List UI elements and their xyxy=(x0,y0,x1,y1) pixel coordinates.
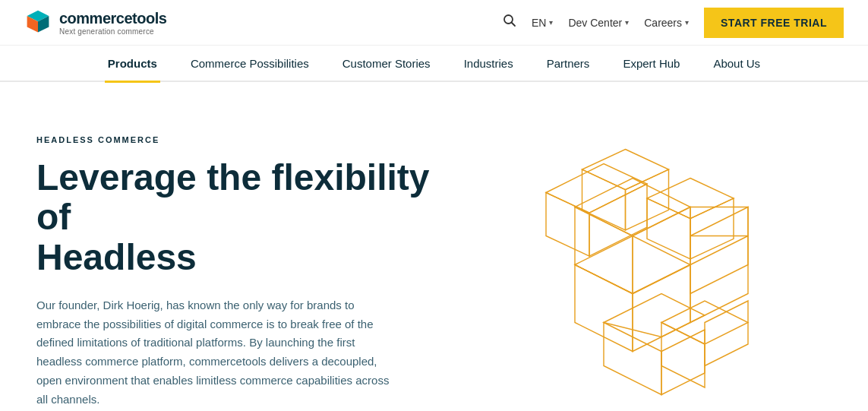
svg-marker-21 xyxy=(546,193,589,257)
svg-line-4 xyxy=(511,23,515,27)
svg-marker-28 xyxy=(661,323,705,388)
hero-body-text: Our founder, Dirk Hoerig, has known the … xyxy=(36,296,401,409)
careers-link[interactable]: Careers ▾ xyxy=(644,17,689,29)
top-bar: commercetools Next generation commerce E… xyxy=(0,0,868,46)
nav-item-products[interactable]: Products xyxy=(105,45,160,81)
logo-icon xyxy=(24,9,52,36)
nav-item-expert-hub[interactable]: Expert Hub xyxy=(620,45,683,81)
search-icon[interactable] xyxy=(503,14,516,31)
hero-section: HEADLESS COMMERCE Leverage the flexibili… xyxy=(0,82,868,411)
main-nav: Products Commerce Possibilities Customer… xyxy=(0,46,868,82)
hero-title-line2: Headless xyxy=(36,237,197,277)
logo-name: commercetools xyxy=(59,10,166,27)
dev-center-chevron-icon: ▾ xyxy=(625,18,629,27)
dev-center-link[interactable]: Dev Center ▾ xyxy=(568,17,629,29)
headless-cube-illustration xyxy=(488,128,777,411)
svg-marker-23 xyxy=(582,150,669,190)
nav-item-industries[interactable]: Industries xyxy=(461,45,516,81)
language-selector[interactable]: EN ▾ xyxy=(532,17,553,29)
hero-visual xyxy=(434,128,832,411)
hero-label: HEADLESS COMMERCE xyxy=(36,135,434,144)
start-free-trial-button[interactable]: START FREE TRIAL xyxy=(704,8,844,38)
logo-tagline: Next generation commerce xyxy=(59,27,166,36)
careers-chevron-icon: ▾ xyxy=(685,18,689,27)
svg-marker-20 xyxy=(546,164,647,213)
svg-marker-18 xyxy=(661,330,705,395)
nav-item-about-us[interactable]: About Us xyxy=(710,45,763,81)
lang-chevron-icon: ▾ xyxy=(549,18,553,27)
logo-text: commercetools Next generation commerce xyxy=(59,10,166,36)
hero-title-line1: Leverage the flexibility of xyxy=(36,157,430,238)
hero-title: Leverage the flexibility of Headless xyxy=(36,158,434,278)
hero-content: HEADLESS COMMERCE Leverage the flexibili… xyxy=(36,135,434,409)
nav-item-commerce-possibilities[interactable]: Commerce Possibilities xyxy=(188,45,312,81)
nav-item-partners[interactable]: Partners xyxy=(544,45,593,81)
top-right-controls: EN ▾ Dev Center ▾ Careers ▾ START FREE T… xyxy=(503,8,844,38)
svg-marker-22 xyxy=(589,184,647,256)
logo[interactable]: commercetools Next generation commerce xyxy=(24,9,166,36)
nav-item-customer-stories[interactable]: Customer Stories xyxy=(339,45,434,81)
